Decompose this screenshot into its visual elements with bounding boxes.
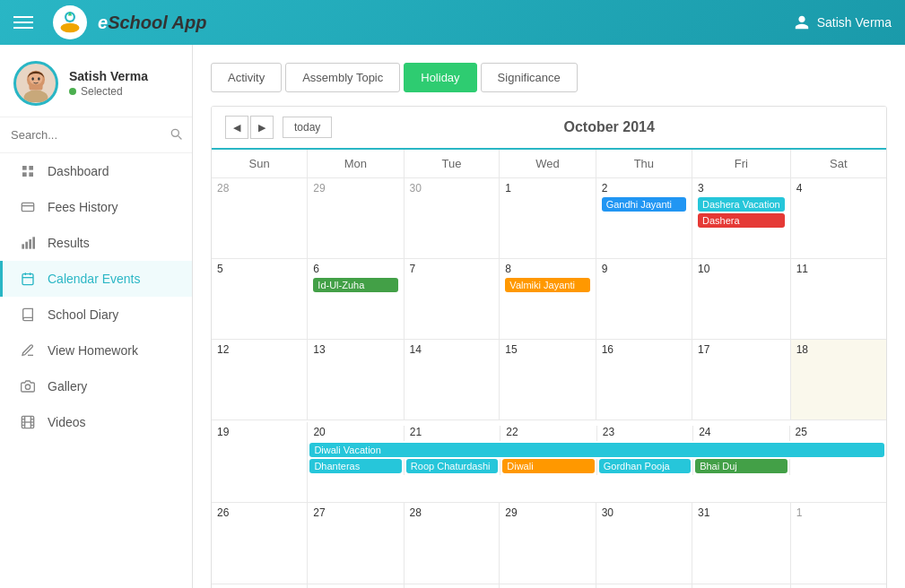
user-info: Satish Verma Selected [69,69,148,98]
svg-rect-17 [25,242,28,249]
sidebar-item-gallery[interactable]: Gallery [0,368,192,404]
calendar-cell: 1 [500,178,596,259]
calendar-cell: 2Gandhi Jayanti [596,178,692,259]
calendar-cell: 17 [692,340,791,420]
dashboard-label: Dashboard [48,164,109,178]
navbar: eSchool App Satish Verma [0,0,905,45]
calendar-cell: 31 [692,503,791,584]
user-icon [794,14,810,30]
svg-point-6 [24,91,48,102]
calendar-cell: 11 [790,259,886,340]
calendar-cell: 4 [790,178,886,259]
svg-point-24 [25,385,30,389]
calendar-cell: 1 [790,503,886,584]
calendar-cell: 8Valmiki Jayanti [500,259,596,340]
svg-rect-18 [29,239,31,249]
calendar-cell: 30 [596,503,692,584]
day-header-fri: Fri [692,150,791,178]
sidebar-item-videos[interactable]: Videos [0,404,192,440]
results-icon [19,236,37,250]
status-label: Selected [81,85,123,98]
day-header-thu: Thu [596,150,692,178]
nav-menu: Dashboard Fees History Results Calendar … [0,153,192,588]
calendar-cell: 26 [212,503,308,584]
calendar-cell: 31 [692,584,791,588]
calendar-cell: 5 [212,259,308,340]
tabs-bar: Activity Assembly Topic Holiday Signific… [211,63,887,92]
svg-point-1 [61,23,80,33]
navbar-left: eSchool App [13,5,207,39]
svg-rect-12 [22,172,27,177]
svg-rect-10 [22,166,27,170]
results-label: Results [48,236,90,250]
day-header-wed: Wed [500,150,596,178]
calendar-cell: 3Dashera VacationDashera [692,178,791,259]
cal-prev-button[interactable]: ◀ [225,116,248,139]
svg-point-9 [38,77,40,80]
svg-rect-14 [22,203,33,211]
event-pill[interactable]: Id-Ul-Zuha [313,278,397,292]
event-pill[interactable]: Dashera Vacation [698,197,785,212]
calendar-cell: 30 [596,584,692,588]
tab-assembly-topic[interactable]: Assembly Topic [285,63,400,92]
homework-icon [19,343,37,358]
calendar-label: Calendar Events [48,272,141,286]
main-layout: Satish Verma Selected Dashbo [0,45,905,588]
diary-icon [19,307,37,322]
search-icon[interactable] [169,126,183,143]
event-pill[interactable]: Valmiki Jayanti [505,278,589,292]
event-pill[interactable]: Dashera [698,213,785,228]
app-logo [53,5,87,39]
search-input[interactable] [11,128,161,142]
calendar-cell: 1 [790,584,886,588]
videos-icon [19,415,37,429]
diary-label: School Diary [48,307,118,322]
calendar-cell: 27 [308,503,404,584]
tab-holiday[interactable]: Holiday [404,63,476,92]
sidebar-item-school-diary[interactable]: School Diary [0,297,192,333]
user-status: Selected [69,85,148,98]
calendar-title: October 2014 [345,119,873,135]
sidebar-item-view-homework[interactable]: View Homework [0,333,192,368]
user-profile: Satish Verma Selected [0,45,192,117]
svg-rect-11 [29,166,33,170]
sidebar-item-dashboard[interactable]: Dashboard [0,153,192,189]
hamburger-button[interactable] [13,16,33,29]
day-header-mon: Mon [308,150,404,178]
calendar-cell: 16 [596,340,692,420]
app-title: eSchool App [98,13,207,33]
user-menu[interactable]: Satish Verma [794,14,892,30]
event-pill[interactable]: Gandhi Jayanti [602,197,686,212]
day-header-sat: Sat [790,150,886,178]
fees-label: Fees History [48,200,118,214]
navbar-username: Satish Verma [817,15,892,30]
calendar-cell: 28 [404,503,500,584]
calendar-cell: 9 [596,259,692,340]
gallery-label: Gallery [48,379,87,393]
calendar-cell: 14 [404,340,500,420]
calendar-icon [19,272,37,286]
svg-rect-19 [32,237,35,248]
svg-rect-13 [29,172,33,177]
calendar-cell: 27 [308,584,404,588]
videos-label: Videos [48,415,86,429]
calendar-cell: 29 [500,503,596,584]
sidebar-item-calendar-events[interactable]: Calendar Events [0,261,192,297]
calendar-cell: 28 [212,178,308,259]
calendar-cell: 29 [308,178,404,259]
day-header-sun: Sun [212,150,308,178]
calendar-header: ◀ ▶ today October 2014 [212,107,886,150]
sidebar-item-fees-history[interactable]: Fees History [0,189,192,225]
calendar: ◀ ▶ today October 2014 Sun Mon Tue Wed T… [211,106,887,588]
sidebar-item-results[interactable]: Results [0,225,192,261]
tab-significance[interactable]: Significance [481,63,578,92]
calendar-cell: 18 [790,340,886,420]
tab-activity[interactable]: Activity [211,63,282,92]
cal-today-button[interactable]: today [283,117,332,138]
dashboard-icon [19,164,37,178]
calendar-cell: 13 [308,340,404,420]
sidebar-username: Satish Verma [69,69,148,83]
cal-next-button[interactable]: ▶ [250,116,274,139]
status-dot [69,88,76,95]
calendar-cell: 10 [692,259,791,340]
